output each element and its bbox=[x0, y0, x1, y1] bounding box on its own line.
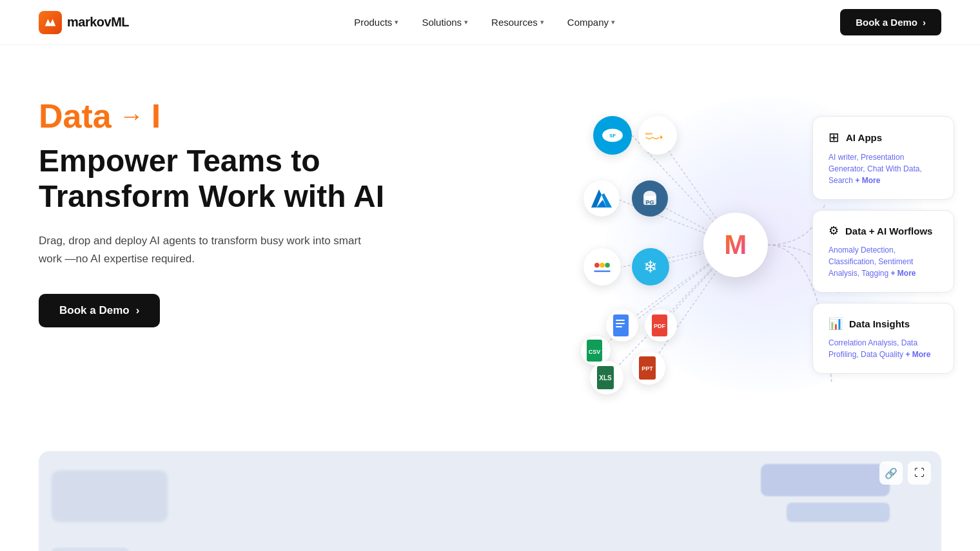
video-blur-bottom bbox=[52, 548, 129, 551]
video-controls: 🔗 ⛶ bbox=[879, 461, 931, 485]
chevron-down-icon: ▾ bbox=[540, 18, 544, 26]
workflows-desc: Anomaly Detection, Classification, Senti… bbox=[828, 244, 938, 279]
video-blur-left bbox=[52, 470, 168, 522]
pdf-icon: PDF bbox=[645, 309, 677, 342]
navbar: markovML Products ▾ Solutions ▾ Resource… bbox=[0, 0, 980, 45]
svg-rect-25 bbox=[613, 314, 629, 336]
postgres-icon: PG bbox=[632, 180, 668, 217]
ppt-icon: PPT bbox=[632, 351, 665, 385]
svg-point-23 bbox=[600, 263, 605, 268]
arrow-icon: → bbox=[119, 102, 144, 130]
svg-rect-26 bbox=[616, 320, 625, 321]
hero-book-demo-button[interactable]: Book a Demo › bbox=[39, 294, 160, 327]
feature-cards: ⊞ AI Apps AI writer, Presentation Genera… bbox=[812, 116, 954, 374]
data-insights-header: 📊 Data Insights bbox=[828, 316, 938, 331]
svg-text:XLS: XLS bbox=[599, 374, 612, 382]
ai-apps-icon: ⊞ bbox=[828, 130, 839, 145]
hero-content: Data → I Empower Teams to Transform Work… bbox=[39, 84, 387, 327]
aws-icon: aws bbox=[638, 116, 677, 155]
data-insights-title: Data Insights bbox=[849, 318, 910, 329]
svg-text:CSV: CSV bbox=[589, 349, 601, 355]
svg-marker-14 bbox=[660, 135, 663, 139]
arrow-right-icon: › bbox=[136, 304, 140, 317]
svg-text:SF: SF bbox=[609, 133, 616, 139]
nav-resources[interactable]: Resources ▾ bbox=[482, 12, 553, 33]
nav-company[interactable]: Company ▾ bbox=[558, 12, 624, 33]
workflows-title: Data + AI Worflows bbox=[845, 226, 932, 237]
svg-rect-28 bbox=[616, 326, 622, 327]
hero-description: Drag, drop and deploy AI agents to trans… bbox=[39, 232, 387, 268]
salesforce-icon: SF bbox=[593, 116, 632, 155]
hero-section: Data → I Empower Teams to Transform Work… bbox=[0, 45, 980, 432]
doc-icon bbox=[606, 309, 638, 342]
data-insights-desc: Correlation Analysis, Data Profiling, Da… bbox=[828, 337, 938, 360]
svg-text:PG: PG bbox=[645, 199, 654, 206]
hero-title: Empower Teams to Transform Work with AI bbox=[39, 143, 387, 214]
data-ai-workflows-card[interactable]: ⚙ Data + AI Worflows Anomaly Detection, … bbox=[812, 210, 954, 293]
logo-text: markovML bbox=[67, 15, 129, 30]
svg-point-22 bbox=[594, 263, 600, 268]
video-section: 🔗 ⛶ bbox=[39, 451, 941, 551]
arrow-right-icon: › bbox=[923, 17, 926, 28]
video-fullscreen-button[interactable]: ⛶ bbox=[908, 461, 931, 485]
chevron-down-icon: ▾ bbox=[611, 18, 615, 26]
video-link-button[interactable]: 🔗 bbox=[879, 461, 903, 485]
ai-apps-card[interactable]: ⊞ AI Apps AI writer, Presentation Genera… bbox=[812, 116, 954, 200]
svg-rect-27 bbox=[616, 323, 625, 324]
hero-tag: Data → I bbox=[39, 97, 387, 135]
svg-text:aws: aws bbox=[645, 131, 652, 135]
video-blur-right bbox=[761, 464, 890, 496]
center-logo: M bbox=[703, 213, 768, 277]
excel-icon: XLS bbox=[590, 361, 623, 394]
hero-visual: M SF aws bbox=[580, 84, 941, 406]
azure-icon bbox=[583, 180, 620, 217]
nav-products[interactable]: Products ▾ bbox=[345, 12, 407, 33]
nav-book-demo-button[interactable]: Book a Demo › bbox=[840, 9, 941, 35]
nav-links: Products ▾ Solutions ▾ Resources ▾ Compa… bbox=[345, 12, 624, 33]
svg-text:PDF: PDF bbox=[654, 323, 666, 329]
data-ai-workflows-header: ⚙ Data + AI Worflows bbox=[828, 224, 938, 238]
gcp-icon bbox=[583, 248, 621, 285]
m-logo-mark: M bbox=[724, 229, 747, 260]
chevron-down-icon: ▾ bbox=[464, 18, 468, 26]
svg-text:PPT: PPT bbox=[642, 365, 653, 372]
nav-solutions[interactable]: Solutions ▾ bbox=[413, 12, 477, 33]
video-blur-right2 bbox=[787, 503, 890, 522]
svg-point-24 bbox=[605, 263, 610, 268]
chevron-down-icon: ▾ bbox=[395, 18, 398, 26]
ai-apps-title: AI Apps bbox=[846, 132, 882, 143]
ai-apps-card-header: ⊞ AI Apps bbox=[828, 130, 938, 145]
ai-apps-desc: AI writer, Presentation Generator, Chat … bbox=[828, 151, 938, 186]
workflows-icon: ⚙ bbox=[828, 224, 839, 238]
snowflake-icon: ❄ bbox=[632, 248, 669, 285]
logo-mark bbox=[39, 11, 62, 34]
logo[interactable]: markovML bbox=[39, 11, 129, 34]
data-insights-icon: 📊 bbox=[828, 316, 843, 331]
data-insights-card[interactable]: 📊 Data Insights Correlation Analysis, Da… bbox=[812, 303, 954, 374]
